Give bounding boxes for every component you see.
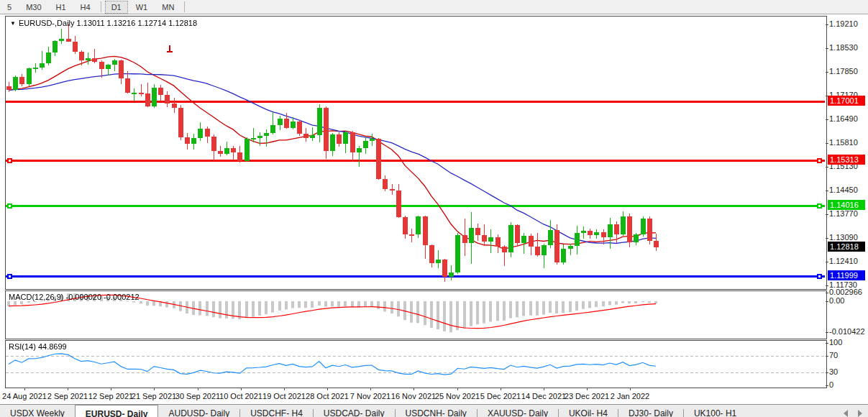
axis-tick-mark (826, 262, 828, 262)
tab-scroll-arrows (844, 410, 862, 417)
chart-tab-usdchf-h4[interactable]: USDCHF- H4 (240, 406, 313, 417)
price-chart-canvas[interactable] (6, 17, 825, 288)
axis-tick-mark (826, 385, 828, 386)
date-axis-label: 19 Oct 2021 (262, 392, 306, 400)
chart-tab-uk100-h1[interactable]: UK100- H1 (684, 406, 746, 417)
macd-indicator-panel: MACD(12,26,9) -0.000020 -0.000212 (5, 290, 827, 339)
axis-tick-mark (826, 343, 828, 344)
price-axis-label: 1.13090 (829, 233, 858, 242)
axis-tick-mark (826, 119, 828, 120)
level-price-badge: 1.17001 (828, 96, 865, 106)
date-tick-mark (284, 388, 285, 390)
date-tick-mark (68, 388, 68, 390)
date-axis-label: 25 Nov 2021 (435, 392, 480, 400)
date-axis-label: 30 Sep 2021 (175, 392, 220, 400)
tab-scroll-right-icon[interactable] (858, 410, 862, 417)
toolbar-separator (184, 1, 185, 12)
date-tick-mark (24, 388, 25, 390)
chart-symbol-label: EURUSD-,Daily 1.13011 1.13216 1.12714 1.… (19, 19, 197, 27)
timeframe-button-w1[interactable]: W1 (129, 1, 155, 14)
chart-title: ▼EURUSD-,Daily 1.13011 1.13216 1.12714 1… (10, 19, 197, 27)
axis-tick-mark (826, 191, 828, 191)
date-tick-mark (414, 388, 414, 390)
chart-tab-eurusd-daily[interactable]: EURUSD- Daily (75, 405, 159, 417)
macd-axis-label: -0.010422 (829, 327, 865, 336)
chart-tab-bar: USDX WeeklyEURUSD- DailyAUDUSD- DailyUSD… (0, 404, 868, 417)
axis-tick-mark (826, 356, 828, 357)
date-axis-label: 24 Aug 2021 (2, 392, 47, 400)
sell-pointer-icon[interactable] (167, 45, 173, 52)
axis-tick-mark (826, 293, 828, 293)
date-axis-label: 10 Oct 2021 (219, 392, 262, 400)
date-axis-label: 28 Oct 2021 (306, 392, 349, 400)
rsi-indicator-panel: RSI(14) 44.8699 (5, 340, 827, 388)
price-chart-panel: ▼EURUSD-,Daily 1.13011 1.13216 1.12714 1… (5, 16, 827, 290)
date-tick-mark (370, 388, 371, 390)
axis-tick-mark (826, 24, 828, 25)
price-axis-label: 1.13770 (829, 209, 858, 218)
chart-tab-dj30-daily[interactable]: DJ30- Daily (618, 406, 683, 417)
rsi-label: RSI(14) 44.8699 (9, 342, 67, 351)
tab-scroll-left-icon[interactable] (844, 410, 848, 417)
date-tick-mark (154, 388, 155, 390)
level-price-badge: 1.11999 (828, 270, 865, 280)
axis-tick-mark (826, 372, 828, 373)
date-axis-label: 2 Sep 2021 (47, 392, 88, 400)
price-axis-label: 1.16490 (829, 114, 858, 123)
date-axis-label: 5 Dec 2021 (480, 392, 521, 400)
timeframe-button-5[interactable]: 5 (1, 1, 18, 14)
chart-dropdown-icon[interactable]: ▼ (10, 20, 16, 27)
date-tick-mark (457, 388, 458, 390)
axis-tick-mark (826, 285, 828, 286)
date-axis-label: 14 Dec 2021 (521, 392, 566, 400)
price-axis-label: 1.15810 (829, 138, 858, 147)
chart-tab-usdx-weekly[interactable]: USDX Weekly (0, 406, 75, 417)
date-tick-mark (111, 388, 111, 390)
date-tick-mark (327, 388, 328, 390)
price-axis-label: 1.19210 (829, 19, 858, 28)
date-axis-label: 7 Nov 2021 (350, 392, 390, 400)
chart-tab-usdcnh-daily[interactable]: USDCNH- Daily (396, 406, 477, 417)
axis-tick-mark (826, 143, 828, 144)
rsi-axis-label: 100 (829, 338, 842, 347)
axis-tick-mark (826, 238, 828, 239)
date-tick-mark (198, 388, 198, 390)
rsi-axis-label: 30 (829, 367, 838, 376)
price-axis-label: 1.14450 (829, 185, 858, 194)
date-axis-label: 2 Jan 2022 (611, 392, 649, 400)
axis-tick-mark (826, 167, 828, 168)
chart-tab-usdcad-daily[interactable]: USDCAD- Daily (314, 406, 395, 417)
date-tick-mark (544, 388, 544, 390)
mt4-window: 5M30H1H4D1W1MN ▼EURUSD-,Daily 1.13011 1.… (0, 0, 868, 417)
date-axis-label: 16 Nov 2021 (391, 392, 436, 400)
timeframe-toolbar: 5M30H1H4D1W1MN (0, 0, 868, 14)
date-axis-label: 12 Sep 2021 (88, 392, 133, 400)
axis-tick-mark (826, 214, 828, 215)
level-price-badge: 1.15313 (828, 155, 865, 165)
timeframe-button-d1[interactable]: D1 (105, 1, 128, 14)
date-tick-mark (630, 388, 631, 390)
current-price-badge: 1.12818 (828, 242, 865, 252)
rsi-canvas[interactable] (6, 341, 825, 386)
timeframe-button-h1[interactable]: H1 (50, 1, 73, 14)
timeframe-button-m30[interactable]: M30 (19, 1, 47, 14)
timeframe-button-h4[interactable]: H4 (74, 1, 97, 14)
timeframe-button-mn[interactable]: MN (155, 1, 181, 14)
chart-tab-ukoil-h4[interactable]: UKOil- H4 (559, 406, 618, 417)
macd-label: MACD(12,26,9) -0.000020 -0.000212 (9, 293, 140, 301)
chart-tab-xauusd-daily[interactable]: XAUUSD- Daily (478, 406, 558, 417)
price-axis-label: 1.18530 (829, 43, 858, 52)
rsi-axis-label: 0 (829, 380, 833, 389)
macd-axis-label: 0.002966 (829, 288, 862, 296)
chart-tab-audusd-daily[interactable]: AUDUSD- Daily (158, 406, 239, 417)
axis-tick-mark (826, 301, 828, 302)
axis-tick-mark (826, 72, 828, 73)
axis-tick-mark (826, 48, 828, 49)
date-tick-mark (501, 388, 501, 390)
date-tick-mark (241, 388, 242, 390)
level-price-badge: 1.14016 (828, 200, 865, 210)
price-axis-label: 1.12410 (829, 257, 858, 265)
price-axis-label: 1.17850 (829, 67, 858, 75)
date-tick-mark (587, 388, 588, 390)
axis-tick-mark (826, 332, 828, 333)
